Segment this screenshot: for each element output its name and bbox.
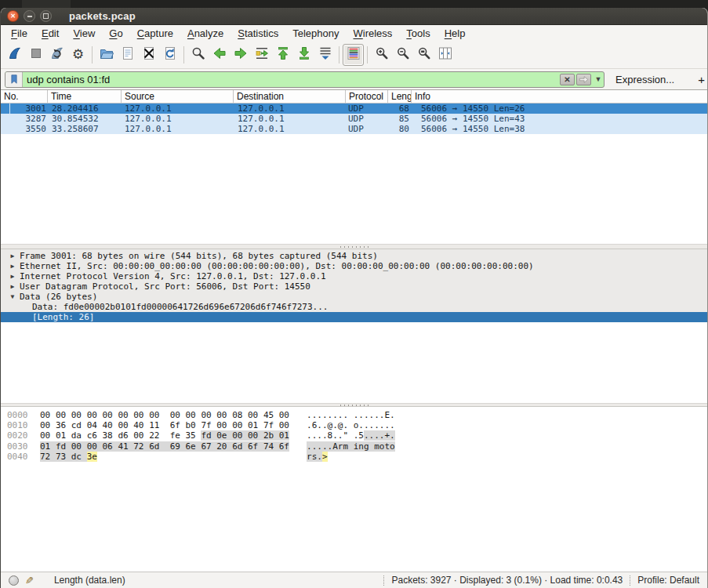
minimize-window-icon[interactable]: [24, 10, 35, 22]
detail-row[interactable]: ▶User Datagram Protocol, Src Port: 56006…: [1, 281, 707, 292]
hex-byte[interactable]: 00: [279, 420, 289, 430]
hex-byte[interactable]: 00: [118, 420, 128, 430]
menu-view[interactable]: View: [66, 26, 102, 41]
hex-byte[interactable]: 72: [40, 452, 50, 462]
column-header-destination[interactable]: Destination: [234, 90, 346, 103]
hex-byte[interactable]: 00: [71, 410, 82, 420]
hex-byte[interactable]: 00: [216, 420, 227, 430]
ascii-char[interactable]: .: [374, 430, 379, 441]
hex-byte[interactable]: 6f: [170, 420, 180, 430]
toolbar-go-last-button[interactable]: [293, 44, 314, 66]
toolbar-capture-restart-button[interactable]: [46, 44, 67, 66]
menu-statistics[interactable]: Statistics: [231, 26, 285, 41]
ascii-char[interactable]: .: [332, 410, 338, 420]
column-header-info[interactable]: Info: [412, 90, 707, 103]
filter-add-button[interactable]: +: [693, 73, 708, 86]
ascii-char[interactable]: .: [332, 420, 338, 430]
hex-row[interactable]: 003001 fd 00 00 06 41 72 6d 69 6e 67 20 …: [1, 441, 707, 452]
hex-byte[interactable]: 00: [87, 441, 97, 452]
hex-byte[interactable]: 00: [87, 410, 97, 420]
ascii-char[interactable]: .: [364, 430, 369, 441]
ascii-char[interactable]: t: [384, 441, 390, 452]
ascii-char[interactable]: .: [307, 410, 312, 420]
hex-byte[interactable]: 00: [71, 441, 82, 452]
hex-byte[interactable]: 00: [232, 430, 242, 441]
hex-byte[interactable]: 22: [149, 430, 159, 441]
filter-dropdown-caret[interactable]: ▼: [593, 75, 604, 83]
detail-row[interactable]: ▼Data (26 bytes): [1, 292, 707, 302]
display-filter-field[interactable]: udp contains 01:fd ▼: [5, 71, 605, 88]
ascii-char[interactable]: .: [322, 430, 328, 441]
column-header-no[interactable]: No.: [1, 90, 48, 103]
column-header-protocol[interactable]: Protocol: [346, 90, 388, 103]
toolbar-capture-stop-button[interactable]: [25, 44, 46, 66]
hex-byte[interactable]: 6d: [232, 441, 242, 452]
hex-byte[interactable]: 01: [40, 441, 50, 452]
hex-byte[interactable]: 6d: [149, 441, 159, 452]
detail-row[interactable]: ▶Frame 3001: 68 bytes on wire (544 bits)…: [1, 251, 707, 261]
toolbar-go-back-button[interactable]: [209, 44, 230, 66]
hex-byte[interactable]: 00: [232, 420, 242, 430]
hex-byte[interactable]: 6e: [186, 441, 196, 452]
expert-info-icon[interactable]: [9, 575, 19, 586]
hex-byte[interactable]: 38: [103, 430, 113, 441]
ascii-char[interactable]: E: [384, 410, 390, 420]
hex-byte[interactable]: 20: [216, 441, 227, 452]
filter-apply-icon[interactable]: [576, 74, 591, 85]
ascii-char[interactable]: m: [374, 441, 379, 452]
maximize-window-icon[interactable]: [40, 10, 52, 22]
expander-closed-icon[interactable]: ▶: [7, 271, 18, 281]
packet-row[interactable]: 300128.204416127.0.0.1127.0.0.1UDP685600…: [1, 103, 707, 114]
ascii-char[interactable]: g: [364, 441, 369, 452]
menu-capture[interactable]: Capture: [130, 26, 180, 41]
hex-byte[interactable]: 7f: [263, 420, 274, 430]
toolbar-zoom-original-button[interactable]: [413, 44, 434, 66]
toolbar-file-save-button[interactable]: [117, 44, 138, 66]
ascii-char[interactable]: o: [390, 441, 395, 452]
ascii-char[interactable]: .: [390, 410, 395, 420]
hex-byte[interactable]: cd: [71, 420, 82, 430]
hex-byte[interactable]: 00: [201, 410, 211, 420]
detail-row[interactable]: [Length: 26]: [1, 312, 707, 322]
expander-closed-icon[interactable]: ▶: [7, 251, 18, 261]
hex-byte[interactable]: 11: [149, 420, 159, 430]
menu-telephony[interactable]: Telephony: [285, 26, 346, 41]
hex-byte[interactable]: 45: [263, 410, 274, 420]
ascii-char[interactable]: A: [332, 441, 338, 452]
ascii-char[interactable]: .: [343, 420, 348, 430]
menu-file[interactable]: File: [4, 26, 34, 41]
expander-closed-icon[interactable]: ▶: [7, 261, 18, 271]
hex-byte[interactable]: 00: [40, 430, 50, 441]
ascii-char[interactable]: .: [332, 430, 338, 441]
ascii-char[interactable]: .: [374, 420, 379, 430]
menu-wireless[interactable]: Wireless: [347, 26, 400, 41]
hex-byte[interactable]: 00: [133, 410, 143, 420]
hex-byte[interactable]: 08: [232, 410, 242, 420]
ascii-char[interactable]: m: [343, 441, 348, 452]
hex-byte[interactable]: 00: [279, 410, 289, 420]
hex-byte[interactable]: dc: [71, 452, 82, 462]
toolbar-capture-start-button[interactable]: [4, 44, 25, 66]
ascii-char[interactable]: .: [390, 420, 395, 430]
hex-byte[interactable]: 00: [149, 410, 159, 420]
toolbar-zoom-out-button[interactable]: [392, 44, 413, 66]
hex-byte[interactable]: 00: [248, 430, 258, 441]
ascii-char[interactable]: .: [322, 420, 328, 430]
hex-byte[interactable]: 73: [56, 452, 66, 462]
ascii-char[interactable]: .: [364, 410, 369, 420]
menu-help[interactable]: Help: [438, 26, 473, 41]
hex-byte[interactable]: 00: [56, 410, 66, 420]
hex-byte[interactable]: 3e: [87, 452, 97, 462]
profile-status[interactable]: Profile: Default: [637, 575, 699, 586]
toolbar-file-close-button[interactable]: [138, 44, 159, 66]
ascii-char[interactable]: .: [307, 441, 312, 452]
packet-row[interactable]: 328730.854532127.0.0.1127.0.0.1UDP855600…: [1, 114, 707, 124]
menu-go[interactable]: Go: [102, 26, 129, 41]
hex-row[interactable]: 002000 01 da c6 38 d6 00 22 fe 35 fd 0e …: [1, 430, 707, 441]
hex-byte[interactable]: 7f: [201, 420, 211, 430]
hex-byte[interactable]: 00: [40, 420, 50, 430]
toolbar-go-first-button[interactable]: [272, 44, 293, 66]
column-header-length[interactable]: Length: [388, 90, 412, 103]
hex-byte[interactable]: d6: [118, 430, 128, 441]
ascii-char[interactable]: .: [322, 410, 328, 420]
